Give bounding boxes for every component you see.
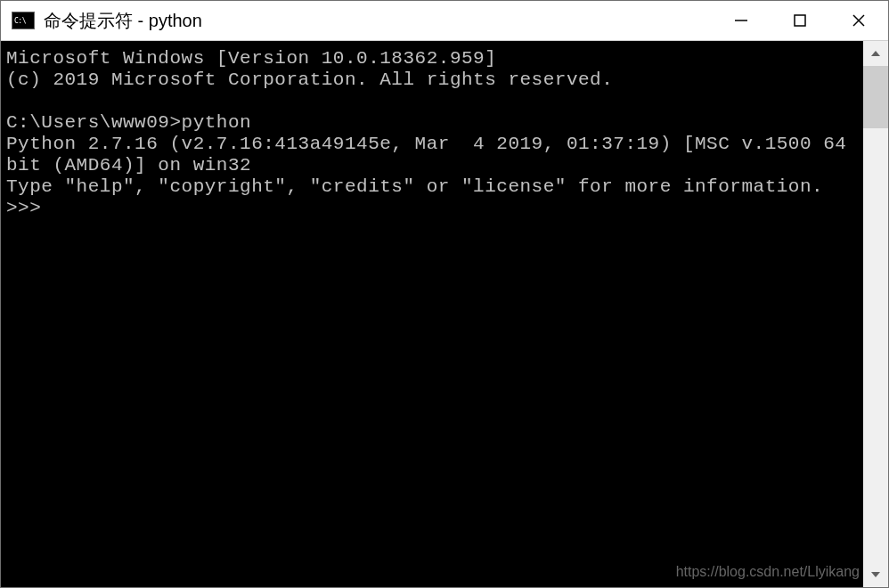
minimize-icon [734,13,748,28]
scrollbar-down-button[interactable] [863,562,888,587]
window-title: 命令提示符 - python [44,9,712,33]
maximize-icon [793,13,807,28]
window-frame: C:\ 命令提示符 - python Microsoft Wi [0,0,889,588]
cmd-icon: C:\ [12,12,35,29]
terminal-area: Microsoft Windows [Version 10.0.18362.95… [1,41,888,587]
minimize-button[interactable] [712,1,771,40]
window-controls [712,1,888,40]
vertical-scrollbar[interactable] [863,41,888,587]
maximize-button[interactable] [771,1,829,40]
svg-rect-1 [795,15,805,26]
scrollbar-track[interactable] [863,66,888,562]
cmd-icon-text: C:\ [12,17,26,25]
chevron-up-icon [871,51,880,56]
scrollbar-thumb[interactable] [863,66,888,128]
close-button[interactable] [829,1,888,40]
terminal-output[interactable]: Microsoft Windows [Version 10.0.18362.95… [1,41,863,587]
close-icon [852,13,866,28]
chevron-down-icon [871,572,880,577]
titlebar[interactable]: C:\ 命令提示符 - python [1,1,888,41]
scrollbar-up-button[interactable] [863,41,888,66]
